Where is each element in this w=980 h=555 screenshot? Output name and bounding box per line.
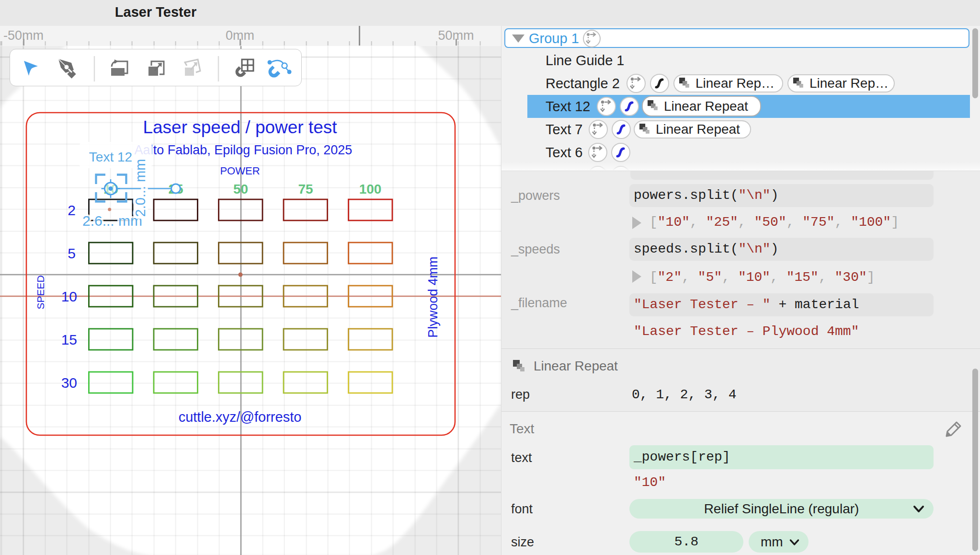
svg-text:cuttle.xyz/@forresto: cuttle.xyz/@forresto <box>179 409 302 425</box>
svg-text:30: 30 <box>61 375 77 391</box>
svg-text:Text 12: Text 12 <box>89 150 132 164</box>
svg-text:Plywood 4mm: Plywood 4mm <box>426 256 440 338</box>
svg-text:100: 100 <box>359 182 382 197</box>
svg-text:50: 50 <box>233 182 248 197</box>
svg-text:SPEED: SPEED <box>35 275 46 309</box>
svg-text:POWER: POWER <box>220 165 260 177</box>
svg-text:75: 75 <box>298 182 313 197</box>
svg-text:5: 5 <box>68 245 76 261</box>
svg-text:10: 10 <box>61 289 77 304</box>
svg-text:15: 15 <box>61 332 77 347</box>
svg-text:Laser speed / power test: Laser speed / power test <box>143 117 337 137</box>
svg-text:2.0... mm: 2.0... mm <box>133 159 148 217</box>
svg-text:Aalto Fablab, Epilog Fusion Pr: Aalto Fablab, Epilog Fusion Pro, 2025 <box>135 143 353 157</box>
svg-text:2: 2 <box>68 202 76 218</box>
